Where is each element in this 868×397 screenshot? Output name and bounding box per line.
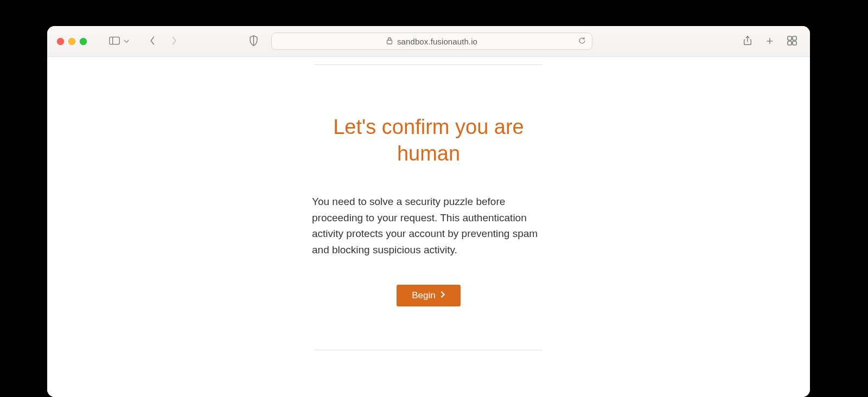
tab-overview-button[interactable] bbox=[784, 33, 800, 49]
chevron-right-icon bbox=[169, 36, 179, 47]
window-fullscreen-button[interactable] bbox=[80, 38, 87, 45]
share-icon bbox=[743, 36, 752, 47]
sidebar-toggle-button[interactable] bbox=[106, 33, 123, 49]
captcha-panel: Let's confirm you are human You need to … bbox=[312, 114, 545, 306]
privacy-report-button[interactable] bbox=[245, 33, 261, 49]
svg-rect-2 bbox=[387, 40, 392, 44]
svg-rect-6 bbox=[793, 41, 796, 45]
page-content[interactable]: Let's confirm you are human You need to … bbox=[47, 57, 810, 397]
begin-button-label: Begin bbox=[412, 290, 435, 301]
begin-button[interactable]: Begin bbox=[397, 285, 460, 306]
captcha-description: You need to solve a security puzzle befo… bbox=[312, 194, 545, 258]
reload-icon bbox=[578, 36, 586, 47]
new-tab-button[interactable]: + bbox=[763, 35, 776, 48]
reload-button[interactable] bbox=[578, 36, 586, 47]
sidebar-icon bbox=[109, 36, 120, 47]
tabgroup-dropdown-button[interactable] bbox=[124, 39, 129, 44]
captcha-title: Let's confirm you are human bbox=[312, 114, 545, 167]
window-controls bbox=[57, 38, 87, 45]
tab-overview-icon bbox=[787, 36, 797, 47]
window-close-button[interactable] bbox=[57, 38, 64, 45]
navigation-buttons bbox=[144, 33, 182, 49]
toolbar-right-group: + bbox=[739, 33, 800, 49]
safari-window: sandbox.fusionauth.io + bbox=[47, 26, 810, 397]
back-button[interactable] bbox=[144, 33, 161, 49]
content-top-divider bbox=[315, 65, 542, 65]
scroll-padding bbox=[47, 350, 810, 397]
svg-rect-0 bbox=[110, 37, 119, 44]
window-minimize-button[interactable] bbox=[68, 38, 75, 45]
svg-rect-5 bbox=[788, 41, 792, 45]
browser-toolbar: sandbox.fusionauth.io + bbox=[47, 26, 810, 57]
svg-rect-3 bbox=[788, 36, 792, 40]
captcha-actions: Begin bbox=[312, 285, 545, 306]
address-bar-url: sandbox.fusionauth.io bbox=[397, 37, 477, 46]
shield-icon bbox=[249, 35, 258, 48]
chevron-left-icon bbox=[148, 36, 157, 47]
chevron-right-icon bbox=[440, 290, 445, 301]
address-bar-content: sandbox.fusionauth.io bbox=[272, 37, 592, 46]
chevron-down-icon bbox=[124, 39, 129, 44]
address-bar[interactable]: sandbox.fusionauth.io bbox=[271, 33, 592, 50]
sidebar-button-group bbox=[106, 33, 129, 49]
lock-icon bbox=[386, 37, 393, 46]
share-button[interactable] bbox=[739, 33, 756, 49]
svg-rect-4 bbox=[793, 36, 796, 40]
forward-button[interactable] bbox=[166, 33, 182, 49]
plus-icon: + bbox=[767, 34, 774, 48]
